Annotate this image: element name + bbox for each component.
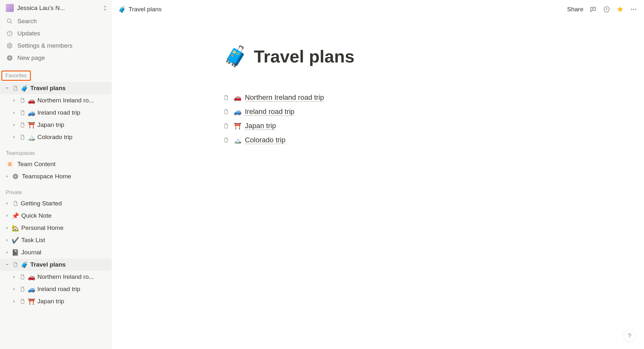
private-page-7[interactable]: 🚙Ireland road trip (0, 283, 112, 295)
sidebar-updates[interactable]: Updates (0, 27, 112, 40)
search-icon (6, 17, 14, 25)
favorites-child-0[interactable]: 🚗 Northern Ireland ro... (0, 94, 112, 107)
private-page-6[interactable]: 🚗Northern Ireland ro... (0, 271, 112, 283)
comments-icon[interactable] (589, 5, 597, 13)
chevron-right-icon[interactable] (11, 299, 17, 303)
page-label: Japan trip (37, 121, 64, 128)
favorites-child-3[interactable]: 🏔️ Colorado trip (0, 131, 112, 143)
clock-icon (6, 30, 14, 37)
page-icon (12, 262, 19, 268)
chevron-right-icon[interactable] (11, 287, 17, 291)
page-title[interactable]: 🧳 Travel plans (223, 44, 533, 68)
page-emoji: 🏔️ (28, 134, 35, 141)
page-label: Northern Ireland ro... (37, 97, 94, 104)
sidebar-search-label: Search (17, 18, 37, 25)
page-emoji: 🧳 (21, 261, 28, 269)
sidebar-search[interactable]: Search (0, 15, 112, 27)
help-button[interactable]: ? (623, 330, 636, 342)
page-title-text[interactable]: Travel plans (254, 46, 354, 66)
private-page-0[interactable]: Getting Started (0, 197, 112, 210)
gear-icon (6, 42, 14, 50)
plus-circle-icon (6, 54, 14, 62)
sidebar-settings[interactable]: Settings & members (0, 40, 112, 52)
page-link-0[interactable]: 🚗Northern Ireland road trip (223, 90, 533, 105)
clock-icon[interactable] (603, 5, 610, 13)
chevron-right-icon[interactable] (11, 135, 17, 139)
section-private-header[interactable]: Private (0, 189, 112, 197)
sidebar-newpage[interactable]: New page (0, 52, 112, 64)
favorites-travel-plans[interactable]: 🧳 Travel plans (0, 82, 112, 94)
page-icon (223, 109, 230, 115)
page-emoji: 🧳 (21, 85, 28, 92)
chevron-right-icon[interactable] (4, 214, 10, 218)
chevron-right-icon[interactable] (11, 275, 17, 279)
page-emoji: 📓 (12, 249, 19, 256)
page-icon (223, 123, 230, 129)
page-label: Northern Ireland ro... (37, 273, 94, 280)
page-emoji: ⛩️ (28, 298, 35, 305)
breadcrumb-emoji: 🧳 (118, 6, 126, 13)
page-emoji: ⛩️ (234, 122, 242, 130)
page-emoji: 🚙 (28, 109, 35, 117)
private-page-4[interactable]: 📓Journal (0, 246, 112, 259)
page-label: Getting Started (21, 200, 62, 207)
section-teamspaces-header[interactable]: Teamspaces (0, 150, 112, 158)
teamspace-label: Teamspace Home (22, 173, 71, 180)
workspace-avatar (6, 4, 14, 12)
favorites-child-2[interactable]: ⛩️ Japan trip (0, 119, 112, 131)
page-label: Journal (21, 249, 41, 256)
private-page-1[interactable]: 📌Quick Note (0, 210, 112, 222)
page-icon (19, 274, 26, 280)
page-link-3[interactable]: 🏔️Colorado trip (223, 133, 533, 147)
svg-point-9 (635, 9, 637, 10)
chevron-right-icon[interactable] (11, 99, 17, 102)
page-link-1[interactable]: 🚙Ireland road trip (223, 105, 533, 119)
page-label: Colorado trip (37, 134, 72, 141)
workspace-switcher[interactable]: Jessica Lau's N... (0, 3, 112, 15)
page-emoji: ✔️ (12, 237, 19, 244)
page-emoji: 🚙 (234, 108, 242, 116)
chevron-updown-icon (103, 5, 107, 11)
teamspace-team-content[interactable]: Team Content (0, 158, 112, 170)
teamspace-home[interactable]: Teamspace Home (0, 170, 112, 183)
private-page-8[interactable]: ⛩️Japan trip (0, 295, 112, 307)
chevron-right-icon[interactable] (4, 250, 10, 254)
chevron-down-icon[interactable] (4, 86, 10, 90)
page-icon (19, 286, 26, 292)
chevron-right-icon[interactable] (11, 111, 17, 115)
private-page-5[interactable]: 🧳Travel plans (0, 259, 112, 271)
compass-icon (12, 173, 19, 180)
favorites-child-1[interactable]: 🚙 Ireland road trip (0, 107, 112, 119)
page-icon (19, 110, 26, 116)
page-icon (223, 95, 230, 100)
share-button[interactable]: Share (567, 6, 583, 13)
page-link-label: Ireland road trip (245, 108, 294, 116)
svg-point-2 (9, 45, 11, 47)
page-label: Personal Home (21, 224, 63, 231)
page-label: Japan trip (37, 298, 64, 305)
breadcrumb[interactable]: 🧳 Travel plans (118, 6, 162, 13)
page-link-label: Colorado trip (245, 136, 285, 144)
more-icon[interactable] (630, 5, 638, 13)
chevron-down-icon[interactable] (4, 263, 10, 267)
page-label: Quick Note (21, 212, 52, 219)
page-link-label: Northern Ireland road trip (245, 93, 324, 102)
page-link-2[interactable]: ⛩️Japan trip (223, 119, 533, 133)
private-page-3[interactable]: ✔️Task List (0, 234, 112, 246)
private-page-2[interactable]: 🏡Personal Home (0, 222, 112, 234)
chevron-right-icon[interactable] (4, 238, 10, 242)
chevron-right-icon[interactable] (4, 174, 10, 178)
chevron-right-icon[interactable] (4, 226, 10, 230)
sidebar-updates-label: Updates (17, 30, 40, 37)
page-title-emoji[interactable]: 🧳 (223, 44, 248, 68)
page-emoji: 🚙 (28, 286, 35, 293)
chevron-right-icon[interactable] (4, 202, 10, 205)
page-label: Ireland road trip (37, 286, 80, 293)
sidebar: Jessica Lau's N... Search Updates Settin… (0, 0, 112, 349)
section-favorites-header[interactable]: Favorites (1, 71, 31, 81)
topbar: 🧳 Travel plans Share (112, 0, 644, 19)
page-emoji: 🚗 (234, 94, 242, 101)
doc-orange-icon (6, 161, 14, 168)
star-icon[interactable] (616, 5, 624, 13)
chevron-right-icon[interactable] (11, 123, 17, 127)
